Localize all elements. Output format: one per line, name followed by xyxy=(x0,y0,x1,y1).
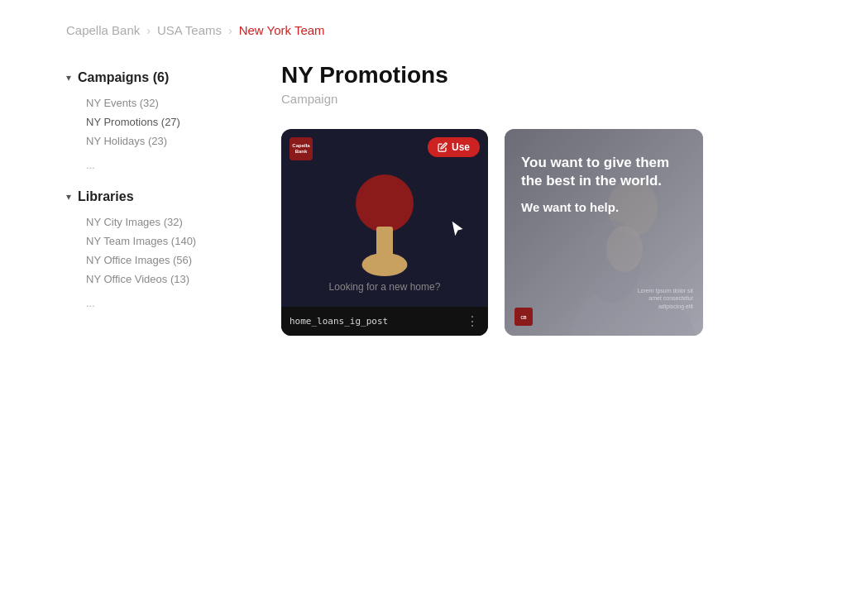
photo-subheadline: We want to help. xyxy=(521,200,687,214)
content-area: NY Promotions Campaign Capella Bank xyxy=(281,62,781,402)
breadcrumb-usa-teams[interactable]: USA Teams xyxy=(157,23,222,37)
libraries-items: NY City Images (32) NY Team Images (140)… xyxy=(86,212,248,289)
sidebar-item-ny-events[interactable]: NY Events (32) xyxy=(86,93,248,112)
breadcrumb-capella-bank[interactable]: Capella Bank xyxy=(66,23,140,37)
sidebar-item-ny-promotions[interactable]: NY Promotions (27) xyxy=(86,112,248,131)
campaigns-chevron-icon: ▾ xyxy=(66,72,71,84)
card-logo-badge: Capella Bank xyxy=(290,137,313,160)
pencil-icon xyxy=(438,142,447,152)
main-layout: ▾ Campaigns (6) NY Events (32) NY Promot… xyxy=(0,54,847,435)
template-card-1: Capella Bank Use xyxy=(281,129,488,402)
card-filename: home_loans_ig_post xyxy=(290,316,388,327)
card-logo-text: Capella Bank xyxy=(290,143,313,155)
sidebar-item-ny-city-images[interactable]: NY City Images (32) xyxy=(86,212,248,232)
libraries-section-title: Libraries xyxy=(78,189,134,204)
svg-text:CB: CB xyxy=(520,315,527,320)
card-more-options[interactable]: ⋮ xyxy=(466,313,480,329)
card-circle-shape xyxy=(356,174,414,232)
page-title: NY Promotions xyxy=(281,62,781,88)
sidebar: ▾ Campaigns (6) NY Events (32) NY Promot… xyxy=(66,62,248,402)
breadcrumb-chevron-2: › xyxy=(228,24,232,37)
libraries-section-header[interactable]: ▾ Libraries xyxy=(66,189,248,204)
cursor-icon xyxy=(449,220,467,242)
cursor-arrow-icon xyxy=(449,220,467,238)
content-subtitle: Campaign xyxy=(281,92,781,106)
photo-logo-badge: CB xyxy=(514,308,533,326)
sidebar-item-ny-holidays[interactable]: NY Holidays (23) xyxy=(86,131,248,150)
card2-reflection xyxy=(505,336,703,402)
breadcrumb-new-york-team: New York Team xyxy=(239,23,325,37)
breadcrumb-chevron-1: › xyxy=(146,24,151,37)
cards-row: Capella Bank Use xyxy=(281,129,781,402)
libraries-ellipsis: ... xyxy=(86,294,248,313)
breadcrumb: Capella Bank › USA Teams › New York Team xyxy=(0,0,847,54)
use-button[interactable]: Use xyxy=(428,137,480,157)
photo-card-logo-icon: CB xyxy=(518,311,529,322)
campaigns-items: NY Events (32) NY Promotions (27) NY Hol… xyxy=(86,93,248,150)
photo-card-inner: You want to give themthe best in the wor… xyxy=(505,129,703,336)
sidebar-item-ny-office-images[interactable]: NY Office Images (56) xyxy=(86,251,248,270)
campaigns-ellipsis: ... xyxy=(86,155,248,174)
sidebar-item-ny-team-images[interactable]: NY Team Images (140) xyxy=(86,232,248,251)
template-card-inner: Capella Bank Use xyxy=(281,129,488,336)
card-subtext: Looking for a new home? xyxy=(281,281,488,293)
card1-reflection xyxy=(281,336,488,402)
use-button-label: Use xyxy=(452,141,470,153)
campaigns-section-header[interactable]: ▾ Campaigns (6) xyxy=(66,70,248,85)
card1-reflection-fade xyxy=(281,336,488,402)
card2-reflection-fade xyxy=(505,336,703,402)
photo-lorem-text: Lorem Ipsum dolor sit amet consectetur a… xyxy=(627,287,693,311)
campaigns-section-title: Campaigns (6) xyxy=(78,70,169,85)
photo-text-overlay: You want to give themthe best in the wor… xyxy=(521,154,687,214)
card-label-row: home_loans_ig_post ⋮ xyxy=(281,307,488,336)
sidebar-item-ny-office-videos[interactable]: NY Office Videos (13) xyxy=(86,270,248,289)
card-base-shape xyxy=(362,253,408,276)
libraries-chevron-icon: ▾ xyxy=(66,191,71,203)
photo-card-2: You want to give themthe best in the wor… xyxy=(505,129,703,402)
photo-headline: You want to give themthe best in the wor… xyxy=(521,154,687,190)
